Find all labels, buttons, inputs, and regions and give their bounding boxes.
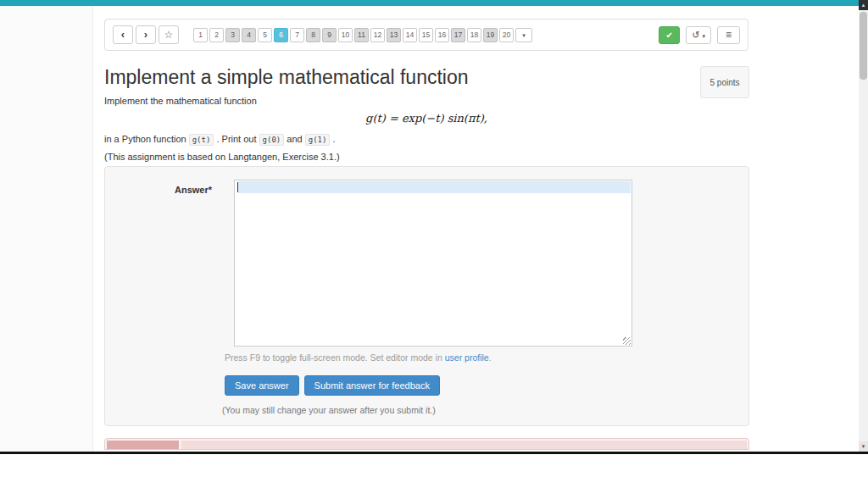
answer-footnote: (You may still change your answer after … (222, 405, 436, 415)
next-section-panel[interactable] (104, 438, 749, 450)
editor-active-line (238, 181, 631, 193)
resize-handle-icon[interactable] (623, 337, 631, 345)
page-button-11[interactable]: 11 (354, 28, 369, 42)
undo-icon: ↺ (692, 30, 699, 40)
inline-code-g0: g(0) (259, 134, 285, 146)
next-question-button[interactable]: › (136, 25, 156, 44)
undo-dropdown-button[interactable]: ↺▾ (686, 26, 711, 44)
answer-editor[interactable] (234, 180, 632, 347)
page-button-10[interactable]: 10 (338, 28, 353, 42)
editor-hint-end: . (489, 352, 492, 363)
toolbar-right-group: ✔ ↺▾ ≡ (659, 26, 740, 44)
save-answer-button[interactable]: Save answer (225, 375, 299, 396)
check-button[interactable]: ✔ (659, 26, 680, 44)
editor-hint-text: Press F9 to toggle full-screen mode. Set… (225, 352, 442, 363)
page-button-18[interactable]: 18 (467, 28, 481, 42)
page-button-19[interactable]: 19 (483, 28, 498, 42)
task-text-end: . (333, 134, 336, 144)
task-text-mid1: . Print out (216, 134, 256, 144)
task-text: in a Python function g(t) . Print out g(… (104, 134, 336, 144)
page-button-9[interactable]: 9 (322, 28, 337, 42)
toolbar-left-group: ‹ › ☆ 1234567891011121314151617181920▾ (113, 25, 532, 44)
page-button-13[interactable]: 13 (387, 28, 401, 42)
pagination: 1234567891011121314151617181920▾ (193, 28, 532, 42)
question-toolbar: ‹ › ☆ 1234567891011121314151617181920▾ ✔… (104, 19, 748, 51)
next-section-tab (107, 441, 179, 450)
inline-code-gt: g(t) (189, 134, 214, 146)
main-content: ‹ › ☆ 1234567891011121314151617181920▾ ✔… (93, 6, 859, 452)
user-profile-link[interactable]: user profile (445, 352, 489, 363)
prev-question-button[interactable]: ‹ (113, 25, 133, 44)
submit-answer-button[interactable]: Submit answer for feedback (304, 375, 440, 396)
page-button-14[interactable]: 14 (403, 28, 417, 42)
page-button-17[interactable]: 17 (451, 28, 465, 42)
page-button-20[interactable]: 20 (499, 28, 514, 42)
intro-text: Implement the mathematical function (104, 96, 257, 106)
menu-button[interactable]: ≡ (717, 26, 740, 44)
page-button-15[interactable]: 15 (419, 28, 433, 42)
caret-down-icon: ▾ (702, 33, 705, 39)
page-button-1[interactable]: 1 (193, 28, 208, 42)
next-section-header (181, 441, 747, 450)
page-button-4[interactable]: 4 (242, 28, 256, 42)
scrollbar: ▲ ▼ (859, 0, 868, 452)
task-text-pre: in a Python function (104, 134, 186, 144)
answer-buttons: Save answer Submit answer for feedback (225, 375, 440, 396)
page-dropdown-button[interactable]: ▾ (515, 28, 532, 42)
scrollbar-thumb[interactable] (860, 12, 867, 80)
page-button-5[interactable]: 5 (258, 28, 272, 42)
page-button-12[interactable]: 12 (370, 28, 385, 42)
window-bottom-edge (0, 452, 868, 454)
page-button-6[interactable]: 6 (274, 28, 288, 42)
math-formula: g(t) = exp(−t) sin(πt), (104, 112, 748, 125)
editor-cursor (237, 182, 238, 192)
top-accent-bar (0, 0, 868, 6)
page-button-8[interactable]: 8 (306, 28, 320, 42)
star-button[interactable]: ☆ (159, 25, 179, 44)
page-button-2[interactable]: 2 (209, 28, 224, 42)
screen: ‹ › ☆ 1234567891011121314151617181920▾ ✔… (0, 0, 868, 488)
page-button-16[interactable]: 16 (435, 28, 449, 42)
left-gutter (0, 6, 93, 452)
answer-label: Answer* (175, 185, 212, 195)
task-text-mid2: and (287, 134, 302, 144)
scrollbar-up-button[interactable]: ▲ (859, 0, 868, 10)
scrollbar-down-button[interactable]: ▼ (859, 441, 868, 452)
inline-code-g1: g(1) (305, 134, 331, 146)
points-badge: 5 points (700, 66, 749, 98)
page-button-7[interactable]: 7 (290, 28, 304, 42)
page-title: Implement a simple mathematical function (104, 66, 469, 89)
page-button-3[interactable]: 3 (225, 28, 240, 42)
editor-hint: Press F9 to toggle full-screen mode. Set… (225, 352, 492, 363)
note-text: (This assignment is based on Langtangen,… (104, 152, 340, 162)
answer-panel: Answer* Press F9 to toggle full-screen m… (104, 166, 749, 426)
